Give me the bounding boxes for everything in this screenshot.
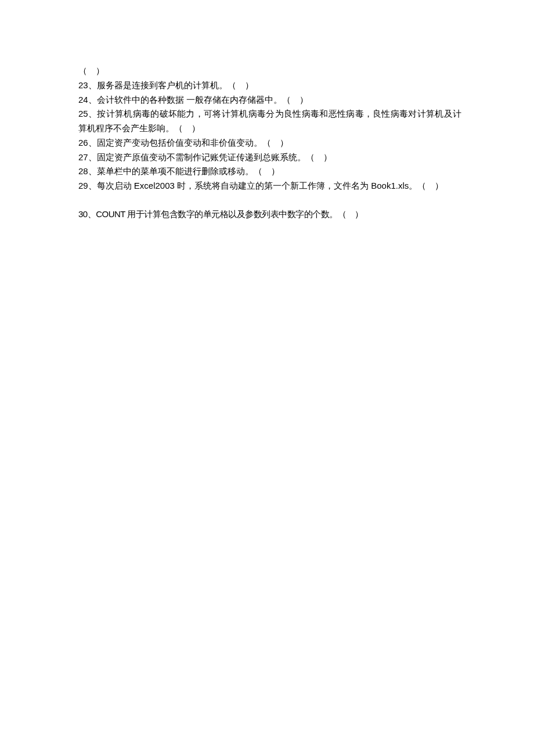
question-26: 26、固定资产变动包括价值变动和非价值变动。（ ） <box>78 136 461 150</box>
question-25: 25、按计算机病毒的破坏能力，可将计算机病毒分为良性病毒和恶性病毒，良性病毒对计… <box>78 107 461 136</box>
question-28: 28、菜单栏中的菜单项不能进行删除或移动。（ ） <box>78 164 461 179</box>
question-23: 23、服务器是连接到客户机的计算机。（ ） <box>78 78 461 93</box>
question-22-blank: （ ） <box>78 64 461 78</box>
question-24: 24、会计软件中的各种数据 一般存储在内存储器中。（ ） <box>78 93 461 107</box>
question-30: 30、COUNT 用于计算包含数字的单元格以及参数列表中数字的个数。（ ） <box>78 207 461 222</box>
question-29: 29、每次启动 Excel2003 时，系统将自动建立的第一个新工作簿，文件名为… <box>78 179 461 193</box>
question-27: 27、固定资产原值变动不需制作记账凭证传递到总账系统。（ ） <box>78 150 461 165</box>
